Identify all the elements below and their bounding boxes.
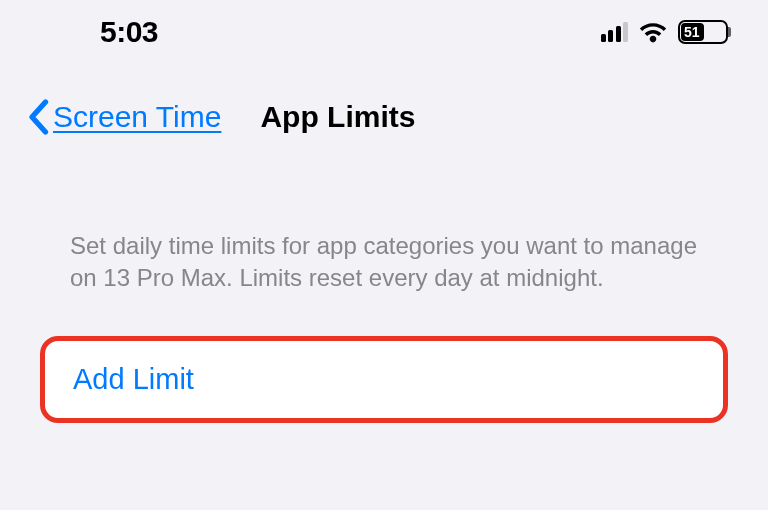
back-chevron-icon[interactable] [25, 99, 51, 135]
description-text: Set daily time limits for app categories… [0, 135, 768, 294]
add-limit-label: Add Limit [73, 363, 194, 395]
cellular-signal-icon [601, 22, 629, 42]
status-time: 5:03 [100, 15, 158, 49]
nav-header: Screen Time App Limits [0, 57, 768, 135]
status-icons: 51 [601, 20, 729, 44]
status-bar: 5:03 51 [0, 0, 768, 57]
page-title: App Limits [260, 100, 415, 134]
battery-icon: 51 [678, 20, 728, 44]
battery-level: 51 [684, 24, 700, 40]
add-limit-button[interactable]: Add Limit [40, 336, 728, 423]
wifi-icon [638, 21, 668, 43]
back-button[interactable]: Screen Time [53, 100, 221, 134]
